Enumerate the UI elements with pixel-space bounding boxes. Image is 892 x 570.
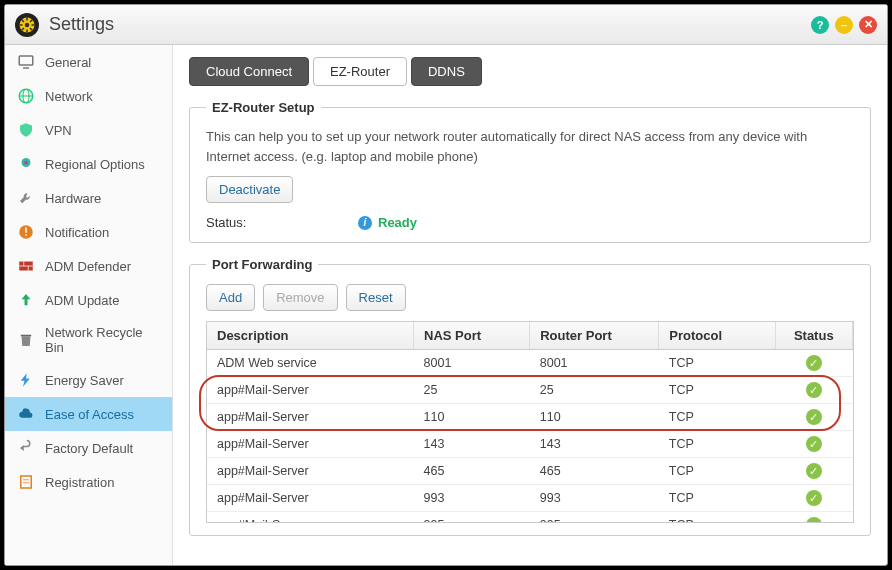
status-ok-icon: ✓	[806, 382, 822, 398]
col-router-port[interactable]: Router Port	[530, 322, 659, 350]
col-description[interactable]: Description	[207, 322, 414, 350]
cloud-icon	[17, 405, 35, 423]
close-button[interactable]: ✕	[859, 16, 877, 34]
cell-nas-port: 143	[414, 431, 530, 458]
table-row[interactable]: app#Mail-Server 995 995 TCP ✓	[207, 512, 853, 523]
sidebar-item-notification[interactable]: Notification	[5, 215, 172, 249]
port-forwarding-legend: Port Forwarding	[206, 257, 318, 272]
sidebar-item-adm-defender[interactable]: ADM Defender	[5, 249, 172, 283]
status-ok-icon: ✓	[806, 517, 822, 522]
sidebar-item-label: VPN	[45, 123, 72, 138]
sidebar-item-label: Regional Options	[45, 157, 145, 172]
cell-nas-port: 25	[414, 377, 530, 404]
ezrouter-description: This can help you to set up your network…	[206, 127, 854, 166]
cell-protocol: TCP	[659, 431, 775, 458]
table-row[interactable]: app#Mail-Server 465 465 TCP ✓	[207, 458, 853, 485]
tab-cloud-connect[interactable]: Cloud Connect	[189, 57, 309, 86]
sidebar-item-network-recycle-bin[interactable]: Network Recycle Bin	[5, 317, 172, 363]
cell-description: app#Mail-Server	[207, 512, 414, 523]
cell-router-port: 995	[530, 512, 659, 523]
firewall-icon	[17, 257, 35, 275]
cell-description: ADM Web service	[207, 350, 414, 377]
cell-description: app#Mail-Server	[207, 485, 414, 512]
help-button[interactable]: ?	[811, 16, 829, 34]
sidebar-item-label: General	[45, 55, 91, 70]
status-ok-icon: ✓	[806, 463, 822, 479]
table-row[interactable]: app#Mail-Server 993 993 TCP ✓	[207, 485, 853, 512]
sidebar-item-label: Ease of Access	[45, 407, 134, 422]
sidebar-item-label: Hardware	[45, 191, 101, 206]
sidebar-item-label: Registration	[45, 475, 114, 490]
sidebar-item-label: Factory Default	[45, 441, 133, 456]
trash-icon	[17, 331, 35, 349]
tab-ddns[interactable]: DDNS	[411, 57, 482, 86]
pin-icon	[17, 155, 35, 173]
add-button[interactable]: Add	[206, 284, 255, 311]
svg-rect-18	[25, 228, 27, 233]
cell-protocol: TCP	[659, 350, 775, 377]
cell-nas-port: 993	[414, 485, 530, 512]
cell-router-port: 143	[530, 431, 659, 458]
reset-button[interactable]: Reset	[346, 284, 406, 311]
cell-status: ✓	[775, 404, 852, 431]
status-ok-icon: ✓	[806, 436, 822, 452]
tab-ez-router[interactable]: EZ-Router	[313, 57, 407, 86]
sidebar-item-energy-saver[interactable]: Energy Saver	[5, 363, 172, 397]
cell-status: ✓	[775, 377, 852, 404]
svg-rect-19	[25, 234, 27, 236]
sidebar-item-network[interactable]: Network	[5, 79, 172, 113]
status-ok-icon: ✓	[806, 490, 822, 506]
cell-nas-port: 465	[414, 458, 530, 485]
minimize-button[interactable]: –	[835, 16, 853, 34]
sidebar-item-general[interactable]: General	[5, 45, 172, 79]
sidebar-item-adm-update[interactable]: ADM Update	[5, 283, 172, 317]
sidebar-item-registration[interactable]: Registration	[5, 465, 172, 499]
deactivate-button[interactable]: Deactivate	[206, 176, 293, 203]
svg-rect-25	[21, 476, 32, 488]
settings-window: Settings ? – ✕ GeneralNetworkVPNRegional…	[4, 4, 888, 566]
sidebar-item-label: Network Recycle Bin	[45, 325, 160, 355]
sidebar-item-hardware[interactable]: Hardware	[5, 181, 172, 215]
svg-rect-10	[19, 56, 33, 65]
cell-protocol: TCP	[659, 377, 775, 404]
sidebar-item-regional-options[interactable]: Regional Options	[5, 147, 172, 181]
ezrouter-setup-group: EZ-Router Setup This can help you to set…	[189, 100, 871, 243]
col-nas-port[interactable]: NAS Port	[414, 322, 530, 350]
cell-protocol: TCP	[659, 458, 775, 485]
window-title: Settings	[49, 14, 114, 35]
sidebar-item-label: ADM Update	[45, 293, 119, 308]
cell-router-port: 110	[530, 404, 659, 431]
table-row[interactable]: app#Mail-Server 25 25 TCP ✓	[207, 377, 853, 404]
cell-status: ✓	[775, 512, 852, 523]
undo-icon	[17, 439, 35, 457]
cell-status: ✓	[775, 350, 852, 377]
tab-bar: Cloud ConnectEZ-RouterDDNS	[189, 57, 871, 86]
cell-description: app#Mail-Server	[207, 404, 414, 431]
cell-router-port: 465	[530, 458, 659, 485]
sidebar-item-factory-default[interactable]: Factory Default	[5, 431, 172, 465]
port-forwarding-table: Description NAS Port Router Port Protoco…	[207, 322, 853, 522]
wrench-icon	[17, 189, 35, 207]
cell-router-port: 8001	[530, 350, 659, 377]
col-protocol[interactable]: Protocol	[659, 322, 775, 350]
col-status[interactable]: Status	[775, 322, 852, 350]
table-row[interactable]: app#Mail-Server 110 110 TCP ✓	[207, 404, 853, 431]
cell-description: app#Mail-Server	[207, 431, 414, 458]
bolt-icon	[17, 371, 35, 389]
app-icon	[15, 13, 39, 37]
svg-rect-24	[21, 335, 32, 337]
cell-nas-port: 8001	[414, 350, 530, 377]
table-row[interactable]: app#Mail-Server 143 143 TCP ✓	[207, 431, 853, 458]
status-label: Status:	[206, 215, 346, 230]
shield-icon	[17, 121, 35, 139]
table-scroll[interactable]: Description NAS Port Router Port Protoco…	[207, 322, 853, 522]
sidebar-item-label: Energy Saver	[45, 373, 124, 388]
remove-button[interactable]: Remove	[263, 284, 337, 311]
sidebar-item-vpn[interactable]: VPN	[5, 113, 172, 147]
arrow-up-icon	[17, 291, 35, 309]
ezrouter-legend: EZ-Router Setup	[206, 100, 321, 115]
sidebar-item-ease-of-access[interactable]: Ease of Access	[5, 397, 172, 431]
sidebar-item-label: Notification	[45, 225, 109, 240]
table-row[interactable]: ADM Web service 8001 8001 TCP ✓	[207, 350, 853, 377]
cell-router-port: 25	[530, 377, 659, 404]
